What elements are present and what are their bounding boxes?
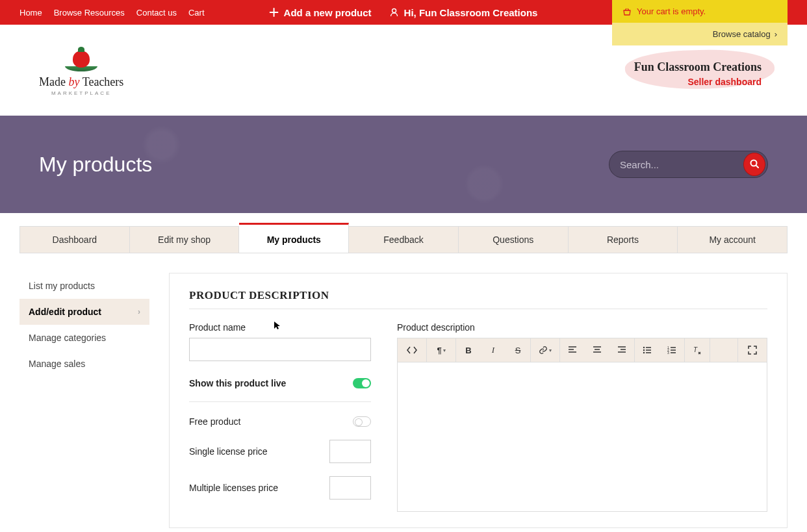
product-name-input[interactable] — [189, 338, 371, 361]
side-menu: List my products Add/edit product › Mana… — [19, 273, 149, 528]
sidebar-item-label: Manage sales — [29, 359, 85, 369]
nav-home[interactable]: Home — [19, 8, 42, 18]
main-content: List my products Add/edit product › Mana… — [0, 253, 807, 528]
paragraph-icon: ¶ — [437, 346, 441, 355]
bold-icon: B — [465, 346, 471, 355]
divider — [189, 401, 371, 402]
search-icon — [749, 158, 760, 171]
show-live-toggle[interactable] — [353, 378, 371, 388]
link-icon — [539, 346, 548, 355]
search-input[interactable] — [620, 159, 743, 170]
multi-price-input[interactable] — [329, 476, 371, 500]
rte-code-view-button[interactable] — [398, 338, 426, 362]
tab-edit-shop[interactable]: Edit my shop — [130, 227, 240, 253]
search-button[interactable] — [743, 153, 765, 176]
rte-fullscreen-button[interactable] — [738, 338, 767, 362]
nav-cart[interactable]: Cart — [188, 8, 205, 18]
tab-dashboard[interactable]: Dashboard — [20, 227, 130, 253]
rte-clear-formatting-button[interactable]: T — [685, 338, 710, 362]
main-tabs: Dashboard Edit my shop My products Feedb… — [19, 226, 788, 253]
browse-catalog-text: Browse catalog — [713, 29, 771, 39]
nav-contact-us[interactable]: Contact us — [136, 8, 177, 18]
section-title: PRODUCT DESCRIPTION — [189, 289, 767, 309]
single-price-label: Single license price — [189, 446, 268, 457]
svg-text:T: T — [693, 346, 698, 353]
top-nav-left: Home Browse Resources Contact us Cart — [19, 8, 205, 18]
svg-point-0 — [392, 9, 396, 13]
rte-italic-button[interactable]: I — [481, 338, 506, 362]
rte-editor-area[interactable] — [397, 362, 767, 512]
tab-my-products[interactable]: My products — [239, 223, 349, 253]
page-banner: My products — [0, 116, 807, 213]
user-icon — [390, 8, 399, 17]
svg-point-1 — [751, 160, 757, 166]
logo-word-made: Made — [39, 75, 68, 88]
site-logo[interactable]: Made by Teachers MARKETPLACE — [39, 51, 123, 96]
free-product-label: Free product — [189, 416, 240, 427]
logo-subtitle: MARKETPLACE — [39, 90, 123, 96]
product-description-label: Product description — [397, 322, 767, 333]
rte-align-right-button[interactable] — [609, 338, 634, 362]
clear-format-icon: T — [693, 346, 702, 355]
toolbar-spacer — [710, 338, 738, 362]
sidebar-item-label: Manage categories — [29, 333, 106, 343]
tabs-container: Dashboard Edit my shop My products Feedb… — [0, 226, 807, 253]
chevron-right-icon: › — [138, 307, 140, 316]
rte-unordered-list-button[interactable] — [635, 338, 660, 362]
rte-link-button[interactable] — [531, 338, 559, 362]
greeting-text: Hi, Fun Classroom Creations — [404, 7, 538, 18]
rte-toolbar: ¶ B I S — [397, 338, 767, 362]
free-product-row: Free product — [189, 416, 371, 427]
multi-price-row: Multiple licenses price — [189, 476, 371, 500]
sidebar-item-label: List my products — [29, 281, 95, 291]
sidebar-item-manage-sales[interactable]: Manage sales — [19, 351, 149, 377]
chevron-right-icon: › — [775, 29, 777, 39]
rte-align-left-button[interactable] — [560, 338, 585, 362]
single-price-row: Single license price — [189, 440, 371, 463]
svg-text:3: 3 — [667, 351, 669, 354]
tab-feedback[interactable]: Feedback — [349, 227, 459, 253]
sidebar-item-add-edit-product[interactable]: Add/edit product › — [19, 299, 149, 325]
rte-align-center-button[interactable] — [585, 338, 609, 362]
add-product-label: Add a new product — [284, 7, 372, 18]
single-price-input[interactable] — [329, 440, 371, 463]
page-title: My products — [39, 153, 152, 177]
svg-point-4 — [643, 352, 645, 353]
logo-word-by: by — [68, 75, 79, 88]
plus-icon — [270, 8, 279, 17]
code-icon — [407, 346, 417, 354]
user-greeting-link[interactable]: Hi, Fun Classroom Creations — [390, 7, 538, 18]
rte-ordered-list-button[interactable]: 123 — [660, 338, 684, 362]
show-live-row: Show this product live — [189, 378, 371, 388]
svg-point-2 — [643, 347, 645, 348]
rte-strikethrough-button[interactable]: S — [506, 338, 530, 362]
tab-my-account[interactable]: My account — [678, 227, 787, 253]
cart-box: Your cart is empty. Browse catalog › — [612, 0, 788, 45]
logo-word-teachers: Teachers — [79, 75, 123, 88]
bullet-list-icon — [643, 346, 652, 354]
logo-text: Made by Teachers — [39, 75, 123, 89]
show-live-label: Show this product live — [189, 378, 286, 388]
add-new-product-link[interactable]: Add a new product — [270, 7, 372, 18]
dashboard-label: Seller dashboard — [634, 77, 762, 87]
svg-point-3 — [643, 349, 645, 351]
search-box — [609, 151, 768, 178]
align-right-icon — [617, 346, 626, 354]
cart-empty-text: Your cart is empty. — [637, 6, 706, 16]
tab-questions[interactable]: Questions — [459, 227, 569, 253]
rte-paragraph-format-button[interactable]: ¶ — [427, 338, 455, 362]
free-product-toggle[interactable] — [353, 416, 371, 427]
tab-reports[interactable]: Reports — [569, 227, 678, 253]
form-left-column: Product name Show this product live Free… — [189, 322, 371, 512]
numbered-list-icon: 123 — [667, 346, 676, 354]
shop-name: Fun Classroom Creations — [634, 60, 762, 74]
product-name-label: Product name — [189, 322, 371, 333]
rte-bold-button[interactable]: B — [456, 338, 481, 362]
sidebar-item-list-products[interactable]: List my products — [19, 273, 149, 299]
italic-icon: I — [492, 345, 494, 355]
sidebar-item-label: Add/edit product — [29, 307, 101, 317]
cart-empty-row[interactable]: Your cart is empty. — [612, 0, 788, 23]
browse-catalog-row[interactable]: Browse catalog › — [612, 23, 788, 45]
nav-browse-resources[interactable]: Browse Resources — [54, 8, 125, 18]
sidebar-item-manage-categories[interactable]: Manage categories — [19, 325, 149, 351]
